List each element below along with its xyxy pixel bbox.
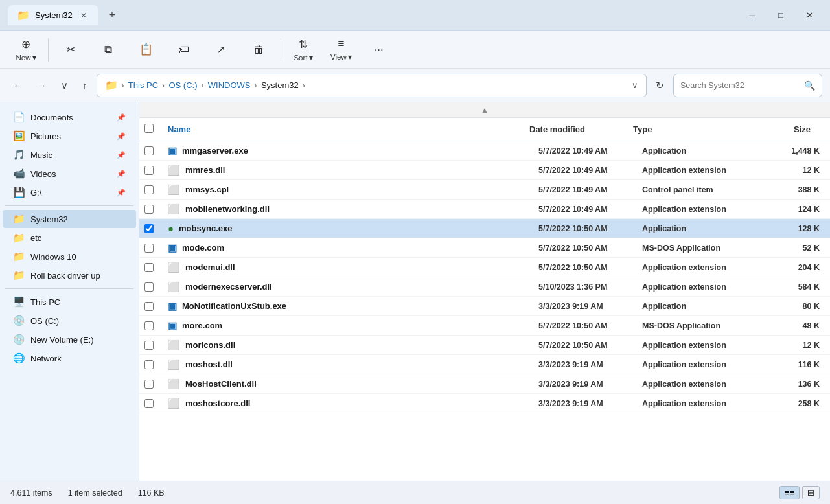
os-c-icon: 💿	[13, 315, 25, 326]
add-tab-button[interactable]: +	[104, 6, 121, 25]
sidebar-item-os-c[interactable]: 💿 OS (C:)	[3, 312, 136, 330]
table-row[interactable]: ⬜ modernexecserver.dll 5/10/2023 1:36 PM…	[139, 277, 830, 297]
title-tab[interactable]: 📁 System32 ✕	[8, 5, 98, 25]
table-row[interactable]: ▣ mmgaserver.exe 5/7/2022 10:49 AM Appli…	[139, 141, 830, 161]
table-row[interactable]: ⬜ mobilenetworking.dll 5/7/2022 10:49 AM…	[139, 200, 830, 219]
back-button[interactable]: ←	[8, 76, 28, 95]
row-checkbox-11[interactable]	[144, 360, 154, 369]
search-bar[interactable]: 🔍	[673, 74, 822, 97]
row-check-12[interactable]	[144, 380, 163, 389]
row-checkbox-0[interactable]	[144, 146, 154, 155]
row-checkbox-7[interactable]	[144, 282, 154, 292]
table-row[interactable]: ⬜ moshostcore.dll 3/3/2023 9:19 AM Appli…	[139, 394, 830, 413]
more-button[interactable]: ···	[361, 34, 397, 66]
forward-button[interactable]: →	[32, 76, 52, 95]
list-view-button[interactable]: ≡≡	[779, 486, 800, 499]
row-check-4[interactable]	[144, 224, 163, 233]
delete-button[interactable]: 🗑	[240, 34, 277, 66]
breadcrumb-this-pc[interactable]: This PC	[128, 80, 158, 90]
header-name[interactable]: Name	[163, 124, 524, 134]
row-checkbox-4[interactable]	[144, 224, 154, 233]
cut-button[interactable]: ✂	[52, 34, 89, 66]
row-checkbox-12[interactable]	[144, 380, 154, 389]
row-checkbox-3[interactable]	[144, 205, 154, 214]
header-size[interactable]: Size	[764, 124, 816, 134]
header-check[interactable]	[144, 124, 163, 135]
refresh-button[interactable]: ↻	[651, 76, 669, 95]
row-type-0: Application	[637, 146, 773, 155]
file-icon-5: ▣	[168, 242, 177, 254]
header-date[interactable]: Date modified	[524, 124, 628, 134]
breadcrumb-os[interactable]: OS (C:)	[168, 80, 197, 90]
rename-button[interactable]: 🏷	[165, 34, 202, 66]
row-check-6[interactable]	[144, 263, 163, 272]
new-button[interactable]: ⊕ New ▾	[8, 34, 44, 66]
sidebar-item-windows10[interactable]: 📁 Windows 10	[3, 247, 136, 266]
up-button[interactable]: ↑	[77, 76, 93, 95]
row-check-13[interactable]	[144, 399, 163, 408]
row-check-0[interactable]	[144, 146, 163, 155]
row-checkbox-8[interactable]	[144, 302, 154, 311]
grid-view-button[interactable]: ⊞	[802, 486, 820, 499]
cut-icon: ✂	[66, 43, 75, 56]
sidebar-item-pictures[interactable]: 🖼️ Pictures 📌	[3, 127, 136, 145]
copy-button[interactable]: ⧉	[90, 34, 126, 66]
table-row[interactable]: ⬜ moshost.dll 3/3/2023 9:19 AM Applicati…	[139, 355, 830, 374]
row-checkbox-10[interactable]	[144, 341, 154, 350]
select-all-checkbox[interactable]	[144, 124, 154, 133]
row-checkbox-1[interactable]	[144, 166, 154, 175]
breadcrumb-system32[interactable]: System32	[261, 80, 299, 90]
tab-close-button[interactable]: ✕	[78, 10, 89, 21]
sidebar-item-videos[interactable]: 📹 Videos 📌	[3, 165, 136, 183]
sidebar-item-system32[interactable]: 📁 System32	[3, 210, 136, 228]
sidebar-item-network[interactable]: 🌐 Network	[3, 349, 136, 367]
sort-button[interactable]: ⇅ Sort ▾	[285, 34, 321, 66]
search-input[interactable]	[680, 81, 801, 90]
row-checkbox-13[interactable]	[144, 399, 154, 408]
sidebar-item-rollback[interactable]: 📁 Roll back driver up	[3, 266, 136, 284]
share-button[interactable]: ↗	[203, 34, 239, 66]
row-check-5[interactable]	[144, 244, 163, 253]
row-check-11[interactable]	[144, 360, 163, 369]
row-check-3[interactable]	[144, 205, 163, 214]
recent-button[interactable]: ∨	[56, 76, 73, 95]
view-button[interactable]: ≡ View ▾	[323, 34, 360, 66]
close-button[interactable]: ✕	[796, 6, 822, 25]
row-check-10[interactable]	[144, 341, 163, 350]
scroll-up-area[interactable]: ▲	[139, 102, 830, 118]
table-row[interactable]: ⬜ mmsys.cpl 5/7/2022 10:49 AM Control pa…	[139, 180, 830, 200]
breadcrumb-windows[interactable]: WINDOWS	[208, 80, 251, 90]
table-row[interactable]: ⬜ modemui.dll 5/7/2022 10:50 AM Applicat…	[139, 258, 830, 277]
row-checkbox-6[interactable]	[144, 263, 154, 272]
sidebar-item-music[interactable]: 🎵 Music 📌	[3, 146, 136, 164]
maximize-button[interactable]: □	[768, 6, 794, 25]
table-row[interactable]: ● mobsync.exe 5/7/2022 10:50 AM Applicat…	[139, 219, 830, 238]
breadcrumb-bar[interactable]: 📁 › This PC › OS (C:) › WINDOWS › System…	[97, 74, 647, 97]
row-check-1[interactable]	[144, 166, 163, 175]
sidebar-item-new-volume[interactable]: 💿 New Volume (E:)	[3, 330, 136, 349]
sidebar-item-g-drive[interactable]: 💾 G:\ 📌	[3, 183, 136, 201]
documents-icon: 📄	[13, 111, 25, 123]
row-name-10: ⬜ moricons.dll	[163, 339, 533, 351]
row-check-7[interactable]	[144, 282, 163, 292]
table-row[interactable]: ⬜ MosHostClient.dll 3/3/2023 9:19 AM App…	[139, 374, 830, 394]
row-checkbox-2[interactable]	[144, 185, 154, 194]
breadcrumb-dropdown-icon[interactable]: ∨	[632, 80, 638, 90]
row-check-9[interactable]	[144, 321, 163, 330]
paste-button[interactable]: 📋	[128, 34, 164, 66]
table-row[interactable]: ▣ more.com 5/7/2022 10:50 AM MS-DOS Appl…	[139, 316, 830, 336]
row-checkbox-5[interactable]	[144, 244, 154, 253]
sidebar-item-etc[interactable]: 📁 etc	[3, 229, 136, 247]
row-check-8[interactable]	[144, 302, 163, 311]
table-row[interactable]: ▣ mode.com 5/7/2022 10:50 AM MS-DOS Appl…	[139, 238, 830, 258]
table-row[interactable]: ⬜ mmres.dll 5/7/2022 10:49 AM Applicatio…	[139, 161, 830, 180]
sidebar-item-this-pc[interactable]: 🖥️ This PC	[3, 293, 136, 311]
sidebar-item-documents[interactable]: 📄 Documents 📌	[3, 108, 136, 126]
table-row[interactable]: ⬜ moricons.dll 5/7/2022 10:50 AM Applica…	[139, 336, 830, 355]
new-volume-icon: 💿	[13, 334, 25, 345]
header-type[interactable]: Type	[628, 124, 764, 134]
table-row[interactable]: ▣ MoNotificationUxStub.exe 3/3/2023 9:19…	[139, 297, 830, 316]
row-check-2[interactable]	[144, 185, 163, 194]
row-checkbox-9[interactable]	[144, 321, 154, 330]
minimize-button[interactable]: ─	[739, 6, 765, 25]
